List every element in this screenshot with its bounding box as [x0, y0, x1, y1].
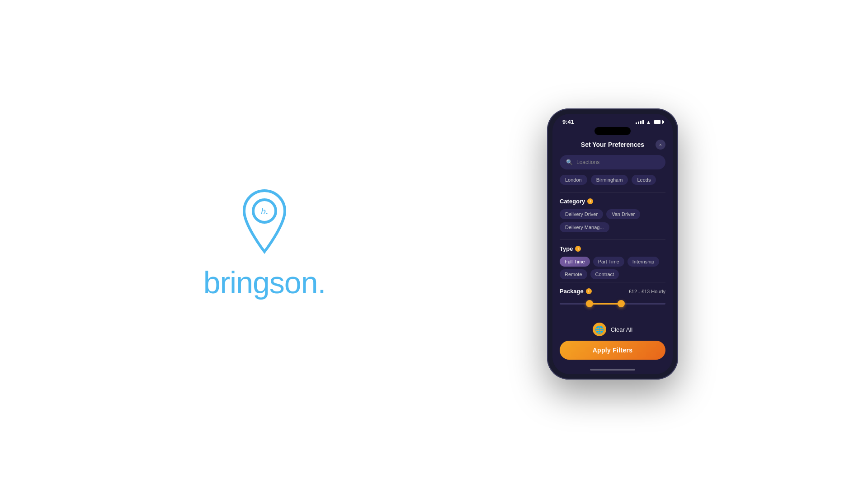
bottom-section: 🌐 Clear All Apply Filters	[552, 318, 673, 365]
apply-filters-button[interactable]: Apply Filters	[560, 341, 665, 360]
battery-icon	[654, 120, 663, 124]
phone-section: 9:41 ▲	[439, 108, 868, 380]
location-chip-birmingham[interactable]: Birmingham	[591, 175, 628, 185]
location-chip-london[interactable]: London	[560, 175, 587, 185]
signal-icon	[636, 120, 644, 124]
divider-3	[560, 282, 665, 282]
package-info-dot: i	[586, 288, 592, 294]
modal-title: Set Your Preferences	[570, 141, 656, 148]
divider-1	[560, 192, 665, 192]
close-button[interactable]: ×	[656, 140, 665, 150]
status-time: 9:41	[562, 118, 574, 125]
type-chip-contract[interactable]: Contract	[590, 269, 619, 279]
wifi-icon: ▲	[646, 119, 651, 125]
type-chip-part-time[interactable]: Part Time	[593, 257, 624, 267]
phone-inner: 9:41 ▲	[552, 114, 673, 374]
slider-thumb-max[interactable]	[618, 300, 625, 307]
category-chip-delivery-driver[interactable]: Delivery Driver	[560, 209, 603, 219]
phone-frame: 9:41 ▲	[547, 108, 678, 380]
type-chip-remote[interactable]: Remote	[560, 269, 587, 279]
slider-thumb-min[interactable]	[586, 300, 593, 307]
type-info-dot: i	[575, 246, 581, 252]
modal-content: Set Your Preferences × 🔍 Loactions Londo…	[552, 138, 673, 318]
search-bar[interactable]: 🔍 Loactions	[560, 155, 665, 169]
category-info-dot: i	[587, 198, 593, 204]
logo-section: b. bringson.	[0, 188, 439, 300]
clear-all-button[interactable]: Clear All	[611, 326, 632, 333]
search-placeholder-text: Loactions	[576, 159, 599, 165]
category-chips-row: Delivery Driver Van Driver Delivery Mana…	[560, 209, 665, 232]
location-chip-leeds[interactable]: Leeds	[632, 175, 656, 185]
location-chips-row: London Birmingham Leeds	[560, 175, 665, 185]
type-chip-internship[interactable]: Internship	[627, 257, 659, 267]
type-chips-row2: Remote Contract	[560, 269, 665, 279]
clear-all-row: 🌐 Clear All	[560, 323, 665, 336]
divider-2	[560, 239, 665, 240]
home-bar	[590, 369, 635, 371]
status-icons: ▲	[636, 119, 663, 125]
category-chip-van-driver[interactable]: Van Driver	[606, 209, 640, 219]
status-bar: 9:41 ▲	[552, 114, 673, 127]
svg-text:b.: b.	[261, 205, 269, 216]
logo-pin-icon: b.	[237, 188, 292, 254]
home-indicator	[552, 365, 673, 374]
package-section-label: Package i	[560, 288, 592, 295]
slider-fill	[590, 303, 621, 305]
salary-slider[interactable]	[560, 299, 665, 308]
avatar: 🌐	[593, 323, 606, 336]
modal-header: Set Your Preferences ×	[560, 138, 665, 150]
dynamic-island	[594, 127, 631, 135]
package-header: Package i £12 - £13 Hourly	[560, 288, 665, 295]
category-section-label: Category i	[560, 198, 665, 205]
type-chips-row1: Full Time Part Time Internship	[560, 257, 665, 267]
search-icon: 🔍	[566, 159, 573, 165]
type-chip-full-time[interactable]: Full Time	[560, 257, 590, 267]
type-section-label: Type i	[560, 245, 665, 252]
category-chip-delivery-manager[interactable]: Delivery Manag...	[560, 222, 609, 232]
logo-text: bringson.	[203, 265, 326, 300]
package-value: £12 - £13 Hourly	[629, 289, 665, 294]
